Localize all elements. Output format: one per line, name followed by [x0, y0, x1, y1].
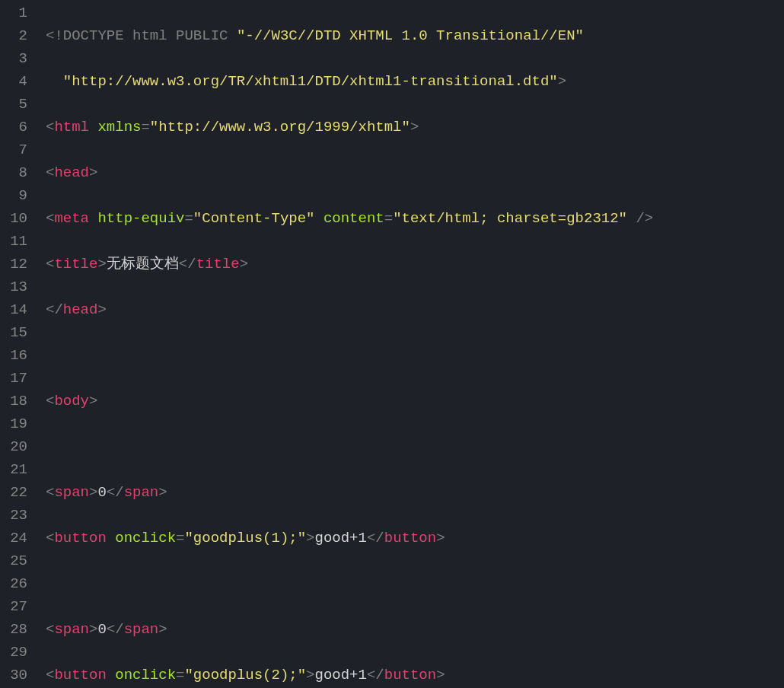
- code-line[interactable]: <!DOCTYPE html PUBLIC "-//W3C//DTD XHTML…: [46, 24, 784, 47]
- line-number: 10: [0, 207, 27, 230]
- code-line[interactable]: [46, 572, 784, 595]
- code-line[interactable]: [46, 435, 784, 458]
- line-number: 21: [0, 458, 27, 481]
- line-number: 9: [0, 184, 27, 207]
- code-line[interactable]: "http://www.w3.org/TR/xhtml1/DTD/xhtml1-…: [46, 70, 784, 93]
- line-number: 16: [0, 344, 27, 367]
- line-number: 20: [0, 435, 27, 458]
- code-editor: 1 2 3 4 5 6 7 8 9 10 11 12 13 14 15 16 1…: [0, 0, 784, 688]
- line-number: 3: [0, 47, 27, 70]
- line-number: 17: [0, 367, 27, 390]
- line-number: 22: [0, 481, 27, 504]
- code-line[interactable]: <body>: [46, 390, 784, 412]
- line-number: 8: [0, 161, 27, 184]
- line-number: 4: [0, 70, 27, 93]
- code-line[interactable]: <button onclick="goodplus(1);">good+1</b…: [46, 527, 784, 549]
- line-number: 13: [0, 276, 27, 298]
- line-number: 19: [0, 412, 27, 435]
- code-line[interactable]: <span>0</span>: [46, 618, 784, 641]
- line-number: 24: [0, 527, 27, 549]
- line-number: 12: [0, 253, 27, 276]
- code-area[interactable]: <!DOCTYPE html PUBLIC "-//W3C//DTD XHTML…: [38, 0, 784, 688]
- line-number: 11: [0, 230, 27, 253]
- code-line[interactable]: [46, 344, 784, 367]
- code-line[interactable]: <html xmlns="http://www.w3.org/1999/xhtm…: [46, 116, 784, 139]
- code-line[interactable]: <span>0</span>: [46, 481, 784, 504]
- code-line[interactable]: <button onclick="goodplus(2);">good+1</b…: [46, 664, 784, 686]
- code-line[interactable]: <head>: [46, 161, 784, 184]
- code-line[interactable]: </head>: [46, 298, 784, 321]
- line-number-gutter: 1 2 3 4 5 6 7 8 9 10 11 12 13 14 15 16 1…: [0, 0, 38, 688]
- code-line[interactable]: <meta http-equiv="Content-Type" content=…: [46, 207, 784, 230]
- line-number: 23: [0, 504, 27, 527]
- line-number: 26: [0, 572, 27, 595]
- line-number: 14: [0, 298, 27, 321]
- line-number: 18: [0, 390, 27, 412]
- line-number: 25: [0, 549, 27, 572]
- line-number: 15: [0, 321, 27, 344]
- line-number: 1: [0, 2, 27, 24]
- line-number: 30: [0, 664, 27, 686]
- line-number: 2: [0, 24, 27, 47]
- line-number: 29: [0, 641, 27, 664]
- line-number: 27: [0, 595, 27, 618]
- line-number: 6: [0, 116, 27, 139]
- line-number: 5: [0, 93, 27, 116]
- line-number: 7: [0, 139, 27, 161]
- line-number: 28: [0, 618, 27, 641]
- code-line[interactable]: <title>无标题文档</title>: [46, 253, 784, 276]
